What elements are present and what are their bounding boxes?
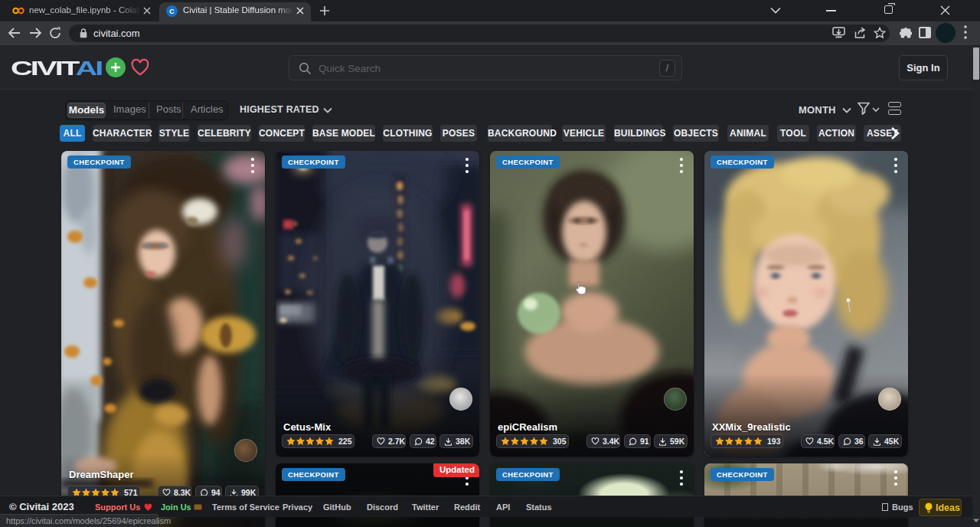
svg-text:C: C bbox=[169, 8, 175, 15]
